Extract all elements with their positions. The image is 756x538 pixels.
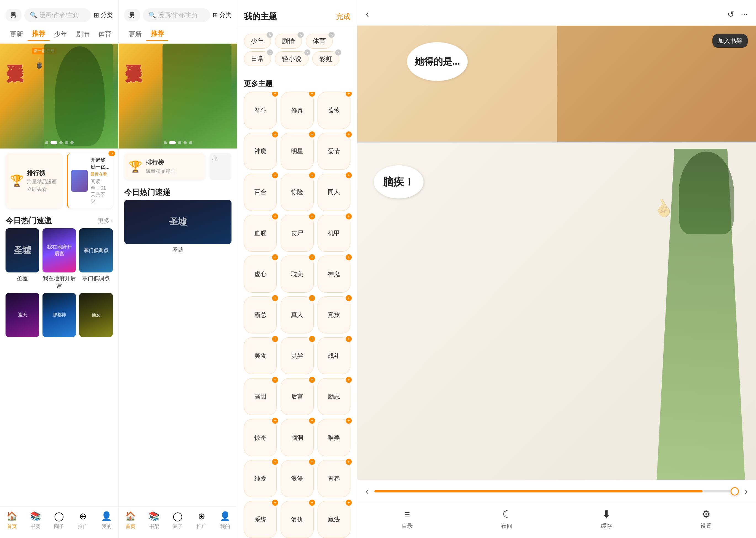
gender-button-2[interactable]: 男 xyxy=(124,9,140,22)
more-tag-25[interactable]: 脑洞 + xyxy=(280,419,314,456)
more-tag-8[interactable]: 同人 + xyxy=(318,174,350,211)
ranking-card[interactable]: 🏆 排行榜 海量精品漫画 立即去看 xyxy=(6,153,62,208)
my-theme-rainbow[interactable]: 彩虹 × xyxy=(312,51,339,66)
add-tag-19[interactable]: + xyxy=(309,336,315,342)
more-tag-32[interactable]: 魔法 + xyxy=(318,501,350,538)
manga-item-2[interactable]: 我在地府开后宫 我在地府开后宫 xyxy=(42,228,76,290)
more-tag-28[interactable]: 浪漫 + xyxy=(280,460,314,497)
add-tag-28[interactable]: + xyxy=(309,459,315,465)
back-button[interactable]: ‹ xyxy=(366,8,369,20)
more-tag-16[interactable]: 真人 + xyxy=(280,296,314,334)
remove-daily[interactable]: × xyxy=(267,49,273,55)
nav-promote[interactable]: ⊕ 推广 xyxy=(71,511,95,530)
manga-item-4[interactable]: 遮天 xyxy=(6,293,39,337)
more-tag-10[interactable]: 丧尸 + xyxy=(280,215,314,252)
add-tag-3[interactable]: + xyxy=(272,132,278,137)
more-tag-14[interactable]: 神鬼 + xyxy=(318,256,350,293)
night-mode-tool[interactable]: ☾ 夜间 xyxy=(457,509,557,530)
more-link[interactable]: 更多 › xyxy=(98,217,113,225)
dot-2-2[interactable] xyxy=(169,141,176,144)
tab-recommend-2[interactable]: 推荐 xyxy=(146,27,168,41)
tab-shonen[interactable]: 少年 xyxy=(50,27,72,41)
more-tag-5[interactable]: 爱情 + xyxy=(318,133,350,170)
more-tag-29[interactable]: 青春 + xyxy=(318,460,350,497)
add-tag-7[interactable]: + xyxy=(309,172,315,178)
more-tag-13[interactable]: 耽美 + xyxy=(280,256,314,293)
progress-thumb[interactable] xyxy=(731,487,739,496)
more-tag-9[interactable]: 血腥 + xyxy=(244,215,277,252)
prev-page-button[interactable]: ‹ xyxy=(366,486,369,497)
nav-home[interactable]: 🏠 首页 xyxy=(0,511,24,530)
more-tag-7[interactable]: 惊险 + xyxy=(280,174,314,211)
more-tag-23[interactable]: 励志 + xyxy=(318,378,350,415)
remove-shonen[interactable]: × xyxy=(267,32,273,38)
banner-2[interactable]: 不健全关系 xyxy=(119,44,237,148)
more-tag-31[interactable]: 复仇 + xyxy=(280,501,314,538)
add-tag-29[interactable]: + xyxy=(346,459,352,465)
add-tag-30[interactable]: + xyxy=(272,500,278,506)
theme-done-button[interactable]: 完成 xyxy=(336,12,350,22)
nav-home-2[interactable]: 🏠 首页 xyxy=(119,511,142,530)
add-tag-8[interactable]: + xyxy=(346,172,352,178)
search-bar-2[interactable]: 🔍 漫画/作者/主角 xyxy=(143,8,210,22)
my-theme-drama[interactable]: 剧情 × xyxy=(275,34,302,49)
nav-shelf[interactable]: 📚 书架 xyxy=(24,511,47,530)
my-theme-light[interactable]: 轻小说 × xyxy=(275,51,309,66)
my-theme-shonen[interactable]: 少年 × xyxy=(244,34,271,49)
add-tag-16[interactable]: + xyxy=(309,295,315,301)
tab-update-2[interactable]: 更新 xyxy=(124,27,146,41)
add-tag-21[interactable]: + xyxy=(272,377,278,383)
add-tag-13[interactable]: + xyxy=(309,254,315,260)
search-bar[interactable]: 🔍 漫画/作者/主角 xyxy=(24,8,91,22)
add-tag-4[interactable]: + xyxy=(309,132,315,137)
add-tag-23[interactable]: + xyxy=(346,377,352,383)
add-tag-25[interactable]: + xyxy=(309,418,315,424)
more-tag-0[interactable]: 智斗 + xyxy=(244,92,277,129)
add-tag-11[interactable]: + xyxy=(346,213,352,219)
remove-sports[interactable]: × xyxy=(328,32,335,38)
more-tag-24[interactable]: 惊奇 + xyxy=(244,419,277,456)
add-tag-14[interactable]: + xyxy=(346,254,352,260)
remove-light[interactable]: × xyxy=(304,49,310,55)
more-tag-22[interactable]: 后宫 + xyxy=(280,378,314,415)
next-page-button[interactable]: › xyxy=(744,486,748,497)
add-tag-32[interactable]: + xyxy=(346,500,352,506)
dot-2[interactable] xyxy=(50,141,57,144)
classify-button-2[interactable]: ⊞ 分类 xyxy=(213,11,231,19)
ranking-card-2[interactable]: 🏆 排行榜 海量精品漫画 xyxy=(124,153,205,180)
toc-tool[interactable]: ≡ 目录 xyxy=(357,509,457,530)
more-tag-30[interactable]: 系统 + xyxy=(244,501,277,538)
add-tag-15[interactable]: + xyxy=(272,295,278,301)
add-tag-26[interactable]: + xyxy=(346,418,352,424)
nav-profile[interactable]: 👤 我的 xyxy=(95,511,118,530)
more-tag-15[interactable]: 霸总 + xyxy=(244,296,277,334)
my-theme-sports[interactable]: 体育 × xyxy=(306,34,333,49)
more-tag-1[interactable]: 修真 + xyxy=(280,92,314,129)
add-tag-5[interactable]: + xyxy=(346,132,352,137)
more-tag-2[interactable]: 蔷薇 + xyxy=(318,92,350,129)
add-tag-22[interactable]: + xyxy=(309,377,315,383)
more-button[interactable]: ··· xyxy=(741,9,748,19)
remove-rainbow[interactable]: × xyxy=(335,49,341,55)
recent-card[interactable]: 开局奖励一亿... 最近在看 阅读至：01 天荒不灭 > xyxy=(67,153,113,208)
nav-profile-2[interactable]: 👤 我的 xyxy=(213,511,237,530)
nav-promote-2[interactable]: ⊕ 推广 xyxy=(189,511,213,530)
add-tag-12[interactable]: + xyxy=(272,254,278,260)
nav-circle-2[interactable]: ◯ 圈子 xyxy=(166,511,190,530)
add-tag-18[interactable]: + xyxy=(272,336,278,342)
add-tag-10[interactable]: + xyxy=(309,213,315,219)
tab-drama[interactable]: 剧情 xyxy=(72,27,94,41)
remove-drama[interactable]: × xyxy=(298,32,304,38)
more-tag-3[interactable]: 神魔 + xyxy=(244,133,277,170)
add-tag-9[interactable]: + xyxy=(272,213,278,219)
manga-item-5[interactable]: 那都神 xyxy=(42,293,76,337)
more-tag-12[interactable]: 虚心 + xyxy=(244,256,277,293)
more-tag-11[interactable]: 机甲 + xyxy=(318,215,350,252)
add-tag-20[interactable]: + xyxy=(346,336,352,342)
add-tag-27[interactable]: + xyxy=(272,459,278,465)
more-tag-18[interactable]: 美食 + xyxy=(244,337,277,374)
add-tag-24[interactable]: + xyxy=(272,418,278,424)
banner[interactable]: 不健全关系 新一篇·开启 第四案·五子夺算 xyxy=(0,44,118,148)
add-tag-2[interactable]: + xyxy=(346,92,352,97)
my-theme-daily[interactable]: 日常 × xyxy=(244,51,271,66)
